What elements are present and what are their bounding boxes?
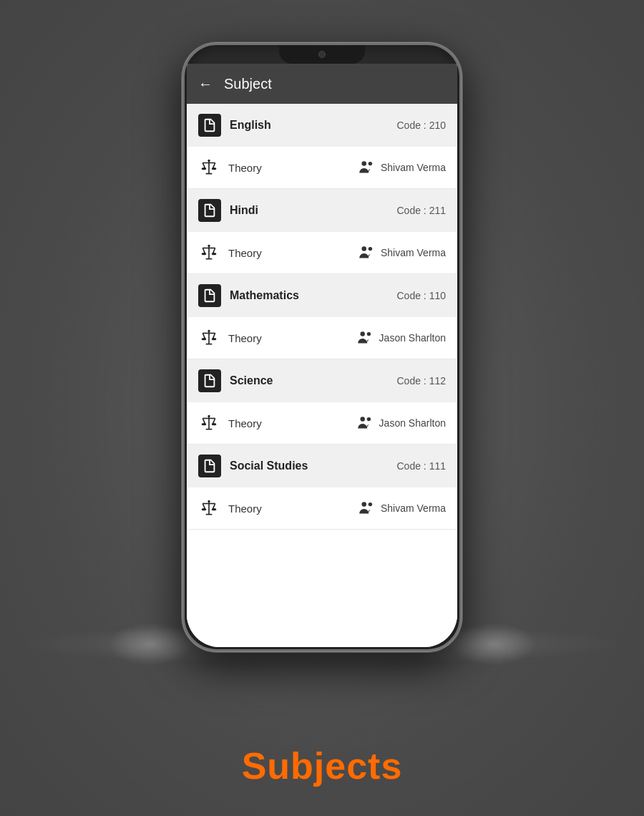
theory-row-3-0[interactable]: Theory Jason Sharlton xyxy=(187,402,457,445)
teacher-people-icon xyxy=(356,157,376,178)
teacher-right: Shivam Verma xyxy=(356,243,446,263)
svg-point-36 xyxy=(212,423,217,425)
teacher-name: Shivam Verma xyxy=(381,502,446,514)
svg-point-46 xyxy=(212,508,217,510)
svg-line-14 xyxy=(213,248,215,254)
svg-line-44 xyxy=(213,504,215,510)
subject-header-left: English xyxy=(198,114,271,137)
svg-line-34 xyxy=(213,419,215,424)
svg-point-19 xyxy=(369,247,372,251)
subject-name: Hindi xyxy=(230,204,258,217)
subject-book-icon xyxy=(198,114,221,137)
svg-line-23 xyxy=(203,334,205,339)
teacher-people-icon xyxy=(356,498,376,518)
subject-code: Code : 110 xyxy=(397,290,447,301)
theory-label: Theory xyxy=(228,162,262,174)
svg-point-38 xyxy=(360,417,365,422)
teacher-right: Jason Sharlton xyxy=(355,413,446,433)
theory-left: Theory xyxy=(198,157,262,178)
subject-book-icon xyxy=(198,369,221,392)
svg-line-4 xyxy=(213,163,215,169)
subject-header-3[interactable]: Science Code : 112 xyxy=(187,359,457,402)
svg-point-45 xyxy=(202,508,207,510)
phone-notch xyxy=(279,45,365,64)
teacher-right: Jason Sharlton xyxy=(355,328,446,348)
svg-point-18 xyxy=(361,246,366,251)
svg-point-15 xyxy=(202,253,207,255)
theory-left: Theory xyxy=(198,327,262,349)
teacher-right: Shivam Verma xyxy=(356,157,446,178)
app-header: ← Subject xyxy=(187,64,457,104)
subject-book-icon xyxy=(198,199,221,222)
teacher-right: Shivam Verma xyxy=(356,498,446,518)
svg-point-48 xyxy=(361,502,366,507)
svg-point-16 xyxy=(212,253,217,255)
subject-header-4[interactable]: Social Studies Code : 111 xyxy=(187,445,457,487)
svg-point-8 xyxy=(361,161,366,166)
theory-label: Theory xyxy=(228,502,262,515)
svg-point-29 xyxy=(366,332,370,336)
subject-header-left: Mathematics xyxy=(198,284,299,307)
teacher-people-icon xyxy=(356,243,376,263)
svg-line-3 xyxy=(203,163,205,169)
theory-row-2-0[interactable]: Theory Jason Sharlton xyxy=(187,317,457,359)
subject-code: Code : 111 xyxy=(397,460,447,472)
subject-book-icon xyxy=(198,284,221,307)
subject-code: Code : 211 xyxy=(397,205,447,216)
svg-line-33 xyxy=(203,419,205,424)
teacher-name: Jason Sharlton xyxy=(379,417,446,429)
phone-screen: ← Subject English Code : 210 xyxy=(187,64,457,647)
theory-left: Theory xyxy=(198,242,262,263)
theory-scale-icon xyxy=(198,327,220,349)
svg-line-43 xyxy=(203,504,205,510)
subject-name: English xyxy=(230,119,271,132)
theory-label: Theory xyxy=(228,417,262,429)
theory-scale-icon xyxy=(198,242,220,263)
subject-header-left: Science xyxy=(198,369,273,392)
subject-book-icon xyxy=(198,455,221,477)
svg-point-6 xyxy=(212,167,217,170)
subject-header-2[interactable]: Mathematics Code : 110 xyxy=(187,274,457,317)
svg-line-24 xyxy=(213,334,215,339)
teacher-name: Shivam Verma xyxy=(381,162,446,173)
svg-point-26 xyxy=(212,338,217,340)
subject-header-left: Social Studies xyxy=(198,455,308,477)
theory-row-1-0[interactable]: Theory Shivam Verma xyxy=(187,232,457,274)
theory-left: Theory xyxy=(198,497,262,519)
theory-scale-icon xyxy=(198,157,220,178)
page-title: Subject xyxy=(224,76,272,92)
svg-point-49 xyxy=(369,502,372,506)
phone-device: ← Subject English Code : 210 xyxy=(182,43,462,651)
theory-scale-icon xyxy=(198,497,220,519)
theory-row-4-0[interactable]: Theory Shivam Verma xyxy=(187,487,457,530)
svg-point-28 xyxy=(360,331,365,336)
subject-name: Mathematics xyxy=(230,289,299,302)
subject-header-0[interactable]: English Code : 210 xyxy=(187,104,457,147)
svg-point-9 xyxy=(369,162,372,165)
subject-name: Science xyxy=(230,374,273,387)
theory-left: Theory xyxy=(198,412,262,434)
subject-header-left: Hindi xyxy=(198,199,258,222)
subject-header-1[interactable]: Hindi Code : 211 xyxy=(187,189,457,232)
svg-line-13 xyxy=(203,248,205,254)
teacher-people-icon xyxy=(355,413,375,433)
subject-code: Code : 112 xyxy=(397,375,447,387)
teacher-name: Shivam Verma xyxy=(381,247,446,258)
svg-point-39 xyxy=(366,417,370,421)
phone-camera xyxy=(318,51,326,58)
theory-label: Theory xyxy=(228,247,262,259)
svg-point-5 xyxy=(202,167,207,170)
theory-scale-icon xyxy=(198,412,220,434)
back-button[interactable]: ← xyxy=(198,77,213,91)
theory-row-0-0[interactable]: Theory Shivam Verma xyxy=(187,147,457,189)
phone-frame: ← Subject English Code : 210 xyxy=(182,43,462,651)
svg-point-35 xyxy=(202,423,207,425)
teacher-people-icon xyxy=(355,328,375,348)
subject-code: Code : 210 xyxy=(397,120,447,131)
app-name-label: Subjects xyxy=(0,744,644,787)
theory-label: Theory xyxy=(228,332,262,344)
subject-list[interactable]: English Code : 210 Theory xyxy=(187,104,457,647)
svg-point-25 xyxy=(202,338,207,340)
subject-name: Social Studies xyxy=(230,460,308,472)
teacher-name: Jason Sharlton xyxy=(379,332,446,344)
